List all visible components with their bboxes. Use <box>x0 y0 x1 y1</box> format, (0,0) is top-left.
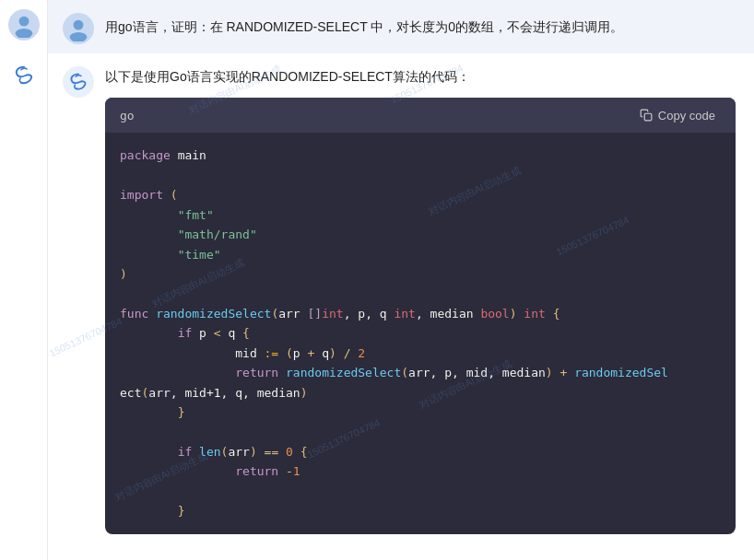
ai-response-area: 以下是使用Go语言实现的RANDOMIZED-SELECT算法的代码： go C… <box>48 53 754 560</box>
copy-icon <box>640 109 653 122</box>
user-message-avatar <box>63 13 94 44</box>
user-message-text: 用go语言，证明：在 RANDOMIZED-SELECT 中，对长度为0的数组，… <box>105 13 623 37</box>
svg-rect-4 <box>644 114 652 122</box>
svg-point-3 <box>70 32 88 41</box>
user-message-area: 用go语言，证明：在 RANDOMIZED-SELECT 中，对长度为0的数组，… <box>48 0 754 53</box>
svg-point-1 <box>15 29 32 38</box>
copy-code-button[interactable]: Copy code <box>634 107 721 124</box>
svg-point-0 <box>18 17 29 27</box>
ai-response-body: 以下是使用Go语言实现的RANDOMIZED-SELECT算法的代码： go C… <box>105 66 736 534</box>
main-content: 用go语言，证明：在 RANDOMIZED-SELECT 中，对长度为0的数组，… <box>48 0 754 560</box>
code-language-label: go <box>120 109 135 122</box>
code-header: go Copy code <box>105 98 736 133</box>
code-block: go Copy code package main import ( "fmt"… <box>105 98 736 533</box>
sidebar-user-avatar <box>8 9 40 41</box>
ai-response-icon <box>63 66 94 98</box>
ai-intro-text: 以下是使用Go语言实现的RANDOMIZED-SELECT算法的代码： <box>105 66 736 87</box>
copy-label: Copy code <box>658 109 715 122</box>
sidebar-ai-icon[interactable] <box>7 59 41 92</box>
svg-point-2 <box>74 20 84 30</box>
code-pre: package main import ( "fmt" "math/rand" … <box>120 146 721 520</box>
code-body: package main import ( "fmt" "math/rand" … <box>105 133 736 533</box>
sidebar <box>0 0 48 560</box>
